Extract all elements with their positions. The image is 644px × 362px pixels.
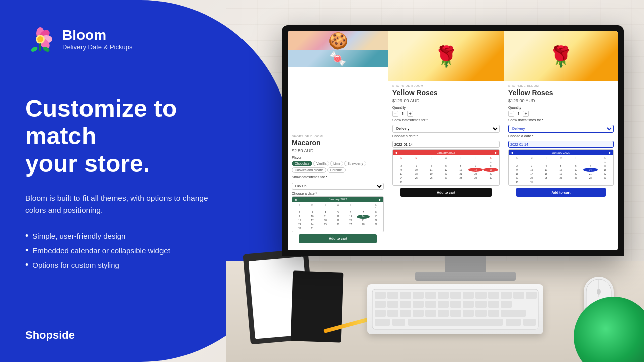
svg-rect-42 <box>475 310 487 317</box>
logo-text: Bloom Delivery Date & Pickups <box>62 28 132 51</box>
monitor: 🍪 🍬 SHOPSIDE BLOOM Macaron $2.50 AUD Fla… <box>282 25 644 317</box>
flavor-tags: Chocolate Vanilla Lime Strawberry Cookie… <box>292 161 384 173</box>
app-name: Bloom <box>62 28 132 43</box>
feature-1: Simple, user-friendly design <box>25 231 236 241</box>
product-panel-2: 🌹 SHOPSIDE BLOOM Yellow Roses $129.00 AU… <box>388 31 504 250</box>
svg-rect-28 <box>438 301 449 308</box>
product-panel-3: 🌹 SHOPSIDE BLOOM Yellow Roses $129.00 AU… <box>504 31 618 250</box>
cal-days-3: SMTWTFS 1 2345678 9101112131415 16171819… <box>509 155 613 185</box>
dates-label-2: Show dates/times for * <box>392 118 500 122</box>
cal-days-1: SMTWTFS 1 2345678 9101112131415 16171819… <box>292 202 383 232</box>
product-panel-1: 🍪 🍬 SHOPSIDE BLOOM Macaron $2.50 AUD Fla… <box>288 31 388 250</box>
feature-2: Embedded calendar or collapsible widget <box>25 245 236 256</box>
macaron-image-top: 🍪 <box>288 31 388 50</box>
qty-plus-3[interactable]: + <box>523 111 529 117</box>
date-label-2: Choose a date * <box>392 134 500 138</box>
svg-rect-44 <box>501 310 526 317</box>
mini-calendar-3: ◀ January 2022 ▶ SMTWTFS 1 2345678 91011… <box>508 149 614 186</box>
svg-rect-8 <box>39 43 41 51</box>
svg-rect-41 <box>463 310 474 317</box>
svg-rect-43 <box>488 310 499 317</box>
shopify-label-3: SHOPSIDE BLOOM <box>508 84 614 87</box>
svg-rect-45 <box>408 319 503 326</box>
date-input-2[interactable] <box>392 141 500 148</box>
flavor-lime[interactable]: Lime <box>330 161 343 166</box>
logo-area: Bloom Delivery Date & Pickups <box>25 24 236 54</box>
svg-rect-39 <box>438 310 449 317</box>
shopify-label-2: SHOPSIDE BLOOM <box>392 84 500 87</box>
macaron-image-bottom: 🍬 <box>288 50 388 67</box>
monitor-neck <box>445 256 486 272</box>
bloom-logo-icon <box>25 24 55 54</box>
add-to-cart-3[interactable]: Add to cart <box>516 188 606 197</box>
flavor-vanilla[interactable]: Vanilla <box>313 161 329 166</box>
qty-value-2: 1 <box>401 111 404 116</box>
svg-rect-38 <box>425 310 436 317</box>
flavor-cookies[interactable]: Cookies and cream <box>292 167 326 173</box>
svg-rect-11 <box>387 292 398 299</box>
screen-inner: 🍪 🍬 SHOPSIDE BLOOM Macaron $2.50 AUD Fla… <box>288 31 618 250</box>
svg-rect-26 <box>413 301 424 308</box>
qty-label-2: Quantity <box>392 106 500 109</box>
svg-rect-16 <box>450 292 461 299</box>
quantity-control-2: − 1 + <box>392 111 500 117</box>
mini-calendar-2: ◀ January 2022 ▶ SMTWTFS 1 2345678 91011… <box>392 149 500 186</box>
product-title-1: Macaron <box>292 139 384 147</box>
qty-minus-2[interactable]: − <box>392 111 398 117</box>
flavor-chocolate[interactable]: Chocolate <box>292 161 312 166</box>
yellow-rose-image-3: 🌹 <box>504 31 618 81</box>
cal-header-2: ◀ January 2022 ▶ <box>393 150 499 155</box>
svg-rect-20 <box>501 292 512 299</box>
delivery-select-3[interactable]: Delivery Pick Up <box>508 125 614 133</box>
svg-rect-29 <box>450 301 461 308</box>
main-heading: Customize to match your store. Bloom is … <box>25 95 236 270</box>
svg-rect-15 <box>438 292 449 299</box>
screen-content: 🍪 🍬 SHOPSIDE BLOOM Macaron $2.50 AUD Fla… <box>288 31 618 250</box>
delivery-select-2[interactable]: Delivery Pick Up <box>392 125 500 133</box>
svg-rect-31 <box>475 301 487 308</box>
left-panel: Bloom Delivery Date & Pickups Customize … <box>0 0 262 362</box>
panel-3-body: SHOPSIDE BLOOM Yellow Roses $129.00 AUD … <box>504 81 618 250</box>
cal-days-2: SMTWTFS 1 2345678 9101112131416 17181920… <box>393 155 499 185</box>
heading: Customize to match your store. <box>25 95 236 178</box>
svg-rect-25 <box>400 301 411 308</box>
svg-rect-47 <box>392 319 405 326</box>
date-input-3[interactable] <box>508 141 614 148</box>
svg-rect-18 <box>475 292 487 299</box>
svg-rect-48 <box>506 319 521 326</box>
flavor-caramel[interactable]: Caramel <box>327 167 346 173</box>
qty-minus-3[interactable]: − <box>508 111 514 117</box>
product-price-3: $129.00 AUD <box>508 98 614 103</box>
yellow-rose-image-2: 🌹 <box>388 31 504 81</box>
qty-label-3: Quantity <box>508 106 614 109</box>
description: Bloom is built to fit all themes, with o… <box>25 192 226 217</box>
svg-rect-27 <box>425 301 436 308</box>
feature-3: Options for custom styling <box>25 260 236 270</box>
mini-calendar-1: ◀ January 2022 ▶ SMTWTFS 1 2345678 91011… <box>292 196 384 232</box>
svg-rect-40 <box>450 310 461 317</box>
svg-rect-24 <box>387 301 398 308</box>
pickup-select[interactable]: Pick Up Delivery <box>292 183 384 190</box>
svg-point-6 <box>30 46 38 53</box>
add-to-cart-2[interactable]: Add to cart <box>400 188 492 197</box>
panel-1-images: 🍪 🍬 <box>288 31 388 132</box>
svg-rect-14 <box>425 292 436 299</box>
svg-rect-33 <box>501 301 512 308</box>
shopify-label-1: SHOPSIDE BLOOM <box>292 135 384 138</box>
svg-rect-46 <box>375 319 390 326</box>
monitor-base <box>415 272 516 281</box>
svg-rect-30 <box>463 301 474 308</box>
cal-header-1: ◀ January 2022 ▶ <box>292 197 383 202</box>
svg-rect-49 <box>523 319 536 326</box>
svg-rect-22 <box>526 292 537 299</box>
svg-point-52 <box>597 289 601 295</box>
qty-plus-2[interactable]: + <box>407 111 413 117</box>
svg-rect-10 <box>375 292 386 299</box>
dates-label-3: Show dates/times for * <box>508 118 614 122</box>
date-label-3: Choose a date * <box>508 134 614 138</box>
flavor-strawberry[interactable]: Strawberry <box>344 161 366 166</box>
add-to-cart-1[interactable]: Add to cart <box>299 234 377 243</box>
date-label-1: Choose a date * <box>292 192 384 195</box>
shopside-logo: Shopside <box>25 329 75 342</box>
keyboard <box>367 284 543 334</box>
